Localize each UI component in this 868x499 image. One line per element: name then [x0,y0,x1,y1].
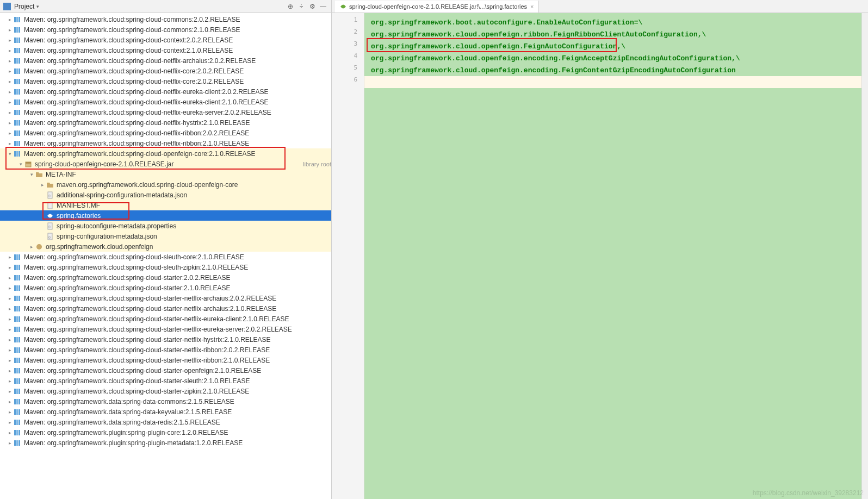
expand-arrow-icon[interactable] [7,79,13,84]
tree-row[interactable]: Maven: org.springframework.cloud:spring-… [0,55,331,66]
expand-arrow-icon[interactable] [7,68,13,74]
code-line[interactable]: org.springframework.cloud.openfeign.enco… [364,52,861,64]
tree-row[interactable]: META-INF [0,169,331,179]
code-content[interactable]: org.springframework.boot.autoconfigure.E… [364,13,861,499]
svg-rect-10 [16,48,18,53]
tree-row[interactable]: Maven: org.springframework.cloud:spring-… [0,117,331,128]
project-title[interactable]: Project [14,3,34,10]
tree-row[interactable]: {}additional-spring-configuration-metada… [0,190,331,200]
expand-arrow-icon[interactable] [7,368,13,373]
tree-row[interactable]: Maven: org.springframework.cloud:spring-… [0,272,331,283]
expand-arrow-icon[interactable] [7,327,13,332]
locate-icon[interactable]: ⊕ [286,2,295,11]
svg-rect-68 [16,306,18,311]
tree-row[interactable]: Maven: org.springframework.cloud:spring-… [0,345,331,355]
tree-row[interactable]: Maven: org.springframework.plugin:spring… [0,438,331,448]
code-line[interactable]: org.springframework.cloud.openfeign.Feig… [364,40,861,52]
tree-row[interactable]: Maven: org.springframework.data:spring-d… [0,417,331,427]
editor-tab[interactable]: spring-cloud-openfeign-core-2.1.0.RELEAS… [335,1,539,13]
expand-arrow-icon[interactable] [7,89,13,95]
project-tree[interactable]: Maven: org.springframework.cloud:spring-… [0,13,331,499]
tree-row[interactable]: {}spring-autoconfigure-metadata.properti… [0,221,331,231]
tree-row[interactable]: Maven: org.springframework.cloud:spring-… [0,262,331,272]
tree-row[interactable]: Maven: org.springframework.cloud:spring-… [0,148,331,159]
expand-arrow-icon[interactable] [7,151,13,157]
expand-arrow-icon[interactable] [7,275,13,280]
svg-point-51 [36,244,42,250]
expand-arrow-icon[interactable] [7,38,13,43]
expand-arrow-icon[interactable] [7,120,13,126]
expand-arrow-icon[interactable] [7,440,13,446]
tree-row[interactable]: Maven: org.springframework.cloud:spring-… [0,86,331,97]
tree-row[interactable]: spring.factories [0,210,331,221]
expand-arrow-icon[interactable] [28,172,35,177]
expand-arrow-icon[interactable] [7,306,13,311]
code-line[interactable]: org.springframework.cloud.openfeign.enco… [364,64,861,76]
expand-arrow-icon[interactable] [7,347,13,353]
tree-row[interactable]: Maven: org.springframework.cloud:spring-… [0,293,331,303]
svg-rect-101 [16,420,18,425]
expand-arrow-icon[interactable] [7,420,13,425]
tree-row[interactable]: Maven: org.springframework.plugin:spring… [0,427,331,438]
expand-arrow-icon[interactable] [7,316,13,322]
tree-row[interactable]: Maven: org.springframework.cloud:spring-… [0,252,331,262]
hide-icon[interactable]: — [318,2,328,11]
tree-row[interactable]: org.springframework.cloud.openfeign [0,241,331,252]
expand-arrow-icon[interactable] [7,130,13,136]
tree-row[interactable]: maven.org.springframework.cloud.spring-c… [0,179,331,190]
expand-arrow-icon[interactable] [7,430,13,435]
expand-arrow-icon[interactable] [7,27,13,33]
expand-arrow-icon[interactable] [7,337,13,342]
tree-row[interactable]: Maven: org.springframework.cloud:spring-… [0,35,331,45]
tree-row[interactable]: Maven: org.springframework.cloud:spring-… [0,334,331,345]
tree-row[interactable]: Maven: org.springframework.cloud:spring-… [0,376,331,386]
close-icon[interactable]: × [530,3,534,10]
tree-row[interactable]: Maven: org.springframework.cloud:spring-… [0,365,331,376]
tree-row[interactable]: Maven: org.springframework.cloud:spring-… [0,45,331,55]
dropdown-icon[interactable]: ▾ [36,4,39,9]
tree-row[interactable]: Maven: org.springframework.data:spring-d… [0,407,331,417]
expand-arrow-icon[interactable] [7,389,13,394]
tree-row[interactable]: Maven: org.springframework.cloud:spring-… [0,303,331,314]
tree-row[interactable]: Maven: org.springframework.cloud:spring-… [0,355,331,365]
expand-arrow-icon[interactable] [7,265,13,270]
tree-row[interactable]: Maven: org.springframework.data:spring-d… [0,396,331,407]
code-line[interactable]: org.springframework.boot.autoconfigure.E… [364,16,861,28]
tree-row[interactable]: {}spring-configuration-metadata.json [0,231,331,241]
tree-row[interactable]: Maven: org.springframework.cloud:spring-… [0,14,331,24]
tree-row[interactable]: Maven: org.springframework.cloud:spring-… [0,138,331,148]
tree-row[interactable]: Maven: org.springframework.cloud:spring-… [0,107,331,117]
expand-arrow-icon[interactable] [7,58,13,64]
tree-row[interactable]: Maven: org.springframework.cloud:spring-… [0,76,331,86]
expand-arrow-icon[interactable] [7,378,13,384]
tree-row[interactable]: Maven: org.springframework.cloud:spring-… [0,386,331,396]
expand-arrow-icon[interactable] [7,99,13,105]
code-line[interactable]: org.springframework.cloud.openfeign.ribb… [364,28,861,40]
expand-arrow-icon[interactable] [7,409,13,415]
expand-arrow-icon[interactable] [39,182,46,188]
expand-arrow-icon[interactable] [7,110,13,115]
tree-row[interactable]: spring-cloud-openfeign-core-2.1.0.RELEAS… [0,159,331,169]
expand-arrow-icon[interactable] [7,254,13,260]
scroll-indicator[interactable] [861,13,868,499]
gear-icon[interactable]: ⚙ [307,2,317,11]
tree-row[interactable]: Maven: org.springframework.cloud:spring-… [0,314,331,324]
expand-arrow-icon[interactable] [7,141,13,146]
code-line[interactable] [364,76,861,88]
tree-row[interactable]: Maven: org.springframework.cloud:spring-… [0,66,331,76]
expand-arrow-icon[interactable] [28,244,35,250]
expand-arrow-icon[interactable] [7,285,13,291]
expand-arrow-icon[interactable] [7,358,13,363]
expand-arrow-icon[interactable] [7,48,13,53]
tree-row[interactable]: Maven: org.springframework.cloud:spring-… [0,324,331,334]
expand-arrow-icon[interactable] [17,161,24,167]
tree-row[interactable]: Maven: org.springframework.cloud:spring-… [0,97,331,107]
tree-row[interactable]: Maven: org.springframework.cloud:spring-… [0,24,331,35]
tree-row[interactable]: Maven: org.springframework.cloud:spring-… [0,128,331,138]
tree-row[interactable]: Maven: org.springframework.cloud:spring-… [0,283,331,293]
expand-arrow-icon[interactable] [7,17,13,22]
tree-row[interactable]: MANIFEST.MF [0,200,331,210]
collapse-icon[interactable]: ÷ [296,2,306,11]
expand-arrow-icon[interactable] [7,399,13,404]
expand-arrow-icon[interactable] [7,296,13,301]
